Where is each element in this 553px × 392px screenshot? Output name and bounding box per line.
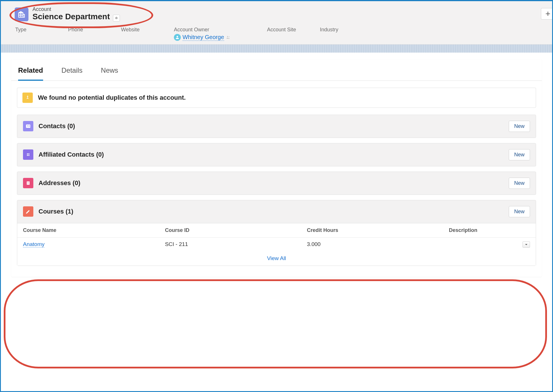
- table-row: Anatomy SCI - 211 3.000: [17, 238, 536, 251]
- affiliated-icon: [23, 149, 33, 160]
- entity-meta: Account Science Department: [32, 6, 546, 22]
- col-description: Description: [449, 227, 510, 233]
- field-phone: Phone: [68, 27, 103, 41]
- owner-link[interactable]: Whitney George: [174, 34, 249, 41]
- course-id-value: SCI - 211: [165, 241, 307, 247]
- course-credit-value: 3.000: [307, 241, 449, 247]
- course-name-link[interactable]: Anatomy: [23, 241, 45, 247]
- addresses-new-button[interactable]: New: [509, 178, 530, 189]
- courses-new-button[interactable]: New: [509, 206, 530, 217]
- account-icon: [15, 7, 28, 21]
- svg-rect-8: [28, 182, 28, 183]
- tab-news[interactable]: News: [101, 59, 118, 80]
- svg-rect-9: [28, 182, 29, 183]
- avatar-icon: [174, 34, 181, 41]
- related-affiliated-contacts: Affiliated Contacts (0) New: [17, 143, 536, 166]
- row-actions-menu[interactable]: [523, 241, 530, 248]
- hierarchy-button[interactable]: [113, 15, 120, 22]
- duplicate-alert: We found no potential duplicates of this…: [17, 88, 536, 108]
- change-owner-icon[interactable]: [226, 35, 231, 40]
- app-frame: Account Science Department + Type Phone …: [0, 0, 553, 392]
- svg-point-1: [227, 36, 228, 37]
- related-addresses: Addresses (0) New: [17, 172, 536, 195]
- field-website: Website: [121, 27, 155, 41]
- header-field-row: Type Phone Website Account Owner Whitney…: [15, 27, 546, 41]
- addresses-title[interactable]: Addresses (0): [39, 179, 80, 187]
- annotation-callout-courses: [4, 279, 547, 368]
- courses-table: Course Name Course ID Credit Hours Descr…: [17, 223, 536, 266]
- col-course-id: Course ID: [165, 227, 307, 233]
- col-credit-hours: Credit Hours: [307, 227, 449, 233]
- svg-rect-6: [28, 126, 30, 126]
- addresses-icon: [23, 178, 33, 188]
- content-card: Related Details News We found no potenti…: [11, 59, 542, 277]
- svg-point-2: [229, 36, 230, 37]
- record-header: Account Science Department + Type Phone …: [1, 1, 552, 45]
- entity-type-label: Account: [32, 6, 546, 12]
- svg-rect-5: [28, 126, 30, 126]
- decorative-pattern: [1, 45, 552, 53]
- merge-icon: [22, 93, 33, 103]
- courses-title[interactable]: Courses (1): [39, 208, 73, 215]
- field-type: Type: [15, 27, 50, 41]
- col-course-name: Course Name: [23, 227, 165, 233]
- courses-thead: Course Name Course ID Credit Hours Descr…: [17, 223, 536, 238]
- tab-details[interactable]: Details: [62, 59, 82, 80]
- field-account-owner: Account Owner Whitney George: [174, 27, 249, 41]
- field-account-site: Account Site: [267, 27, 302, 41]
- field-industry: Industry: [320, 27, 354, 41]
- follow-plus-button[interactable]: +: [541, 8, 552, 20]
- svg-point-0: [176, 36, 178, 37]
- contacts-title[interactable]: Contacts (0): [39, 122, 75, 130]
- affiliated-new-button[interactable]: New: [509, 149, 530, 160]
- contacts-new-button[interactable]: New: [509, 121, 530, 132]
- view-all: View All: [17, 251, 536, 266]
- alert-text: We found no potential duplicates of this…: [38, 94, 186, 101]
- svg-rect-10: [28, 183, 28, 184]
- owner-name: Whitney George: [183, 34, 224, 41]
- entity-title: Science Department: [32, 12, 110, 21]
- tab-related[interactable]: Related: [18, 59, 43, 81]
- contacts-icon: [23, 121, 33, 131]
- svg-rect-7: [27, 181, 30, 185]
- svg-point-4: [27, 126, 28, 126]
- affiliated-title[interactable]: Affiliated Contacts (0): [39, 151, 104, 158]
- tab-bar: Related Details News: [11, 59, 542, 81]
- svg-rect-11: [28, 183, 29, 184]
- view-all-link[interactable]: View All: [267, 255, 286, 261]
- related-courses: Courses (1) New Course Name Course ID Cr…: [17, 200, 536, 266]
- related-contacts: Contacts (0) New: [17, 115, 536, 138]
- courses-icon: [23, 206, 33, 217]
